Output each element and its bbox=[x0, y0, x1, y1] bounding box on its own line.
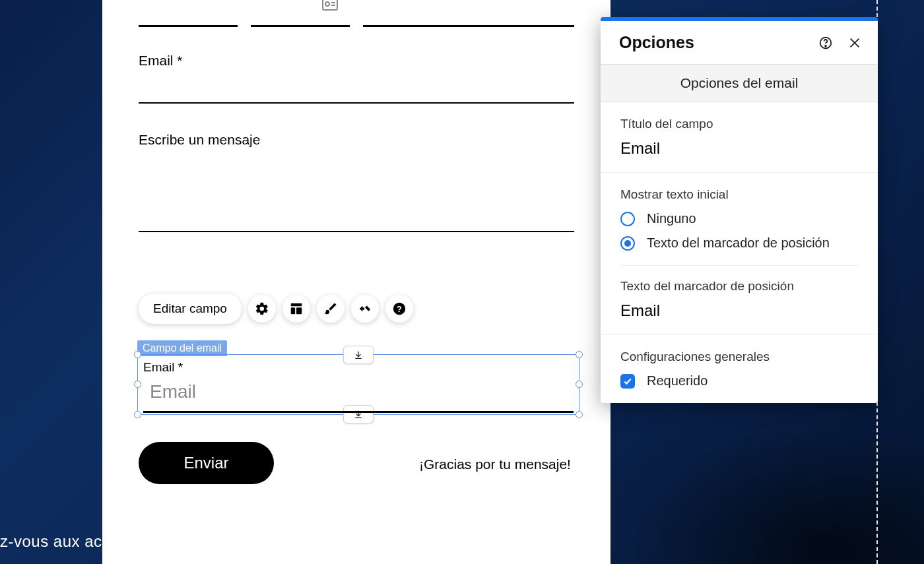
submit-button[interactable]: Enviar bbox=[139, 442, 274, 484]
placeholder-text-value[interactable]: Email bbox=[620, 301, 858, 320]
panel-help-icon[interactable] bbox=[817, 34, 834, 51]
background-cropped-text: z-vous aux ac bbox=[0, 532, 102, 551]
options-panel-title: Opciones bbox=[619, 33, 805, 52]
resize-handle-top-right[interactable] bbox=[576, 351, 583, 358]
required-checkbox-label: Requerido bbox=[647, 373, 708, 389]
options-panel-subtitle: Opciones del email bbox=[601, 64, 878, 102]
section-divider bbox=[620, 265, 858, 266]
animation-icon[interactable] bbox=[351, 295, 379, 323]
options-panel: Opciones Opciones del email Título del c… bbox=[601, 17, 878, 403]
required-checkbox-row[interactable]: Requerido bbox=[620, 373, 858, 389]
field-title-label: Título del campo bbox=[620, 117, 858, 131]
close-icon[interactable] bbox=[846, 34, 863, 51]
placeholder-text-subsection: Texto del marcador de posición Email bbox=[620, 279, 858, 320]
general-settings-label: Configuraciones generales bbox=[620, 350, 858, 364]
svg-text:?: ? bbox=[397, 304, 402, 314]
field-title-section: Título del campo Email bbox=[601, 102, 878, 173]
radio-option-none[interactable]: Ninguno bbox=[620, 211, 858, 226]
resize-handle-middle-left[interactable] bbox=[134, 381, 141, 388]
radio-option-placeholder[interactable]: Texto del marcador de posición bbox=[620, 235, 858, 251]
email-field-label: Email * bbox=[139, 53, 183, 69]
email-field-underline[interactable] bbox=[139, 102, 574, 104]
resize-handle-bottom-right[interactable] bbox=[576, 411, 583, 418]
design-brush-icon[interactable] bbox=[317, 295, 345, 323]
thanks-message-text: ¡Gracias por tu mensaje! bbox=[419, 456, 571, 472]
id-card-icon bbox=[322, 0, 338, 11]
svg-rect-4 bbox=[291, 303, 302, 307]
general-settings-section: Configuraciones generales Requerido bbox=[601, 335, 878, 403]
radio-icon bbox=[620, 212, 635, 226]
message-field-underline[interactable] bbox=[139, 231, 574, 232]
resize-handle-top-left[interactable] bbox=[134, 351, 141, 358]
selected-field-bounding-box[interactable]: Email * Email bbox=[137, 354, 579, 415]
svg-point-14 bbox=[825, 45, 826, 46]
selected-field-label: Email * bbox=[143, 360, 183, 375]
insert-below-button[interactable] bbox=[343, 405, 374, 423]
placeholder-text-label: Texto del marcador de posición bbox=[620, 279, 858, 294]
selected-field-underline bbox=[143, 411, 574, 413]
radio-none-label: Ninguno bbox=[647, 211, 696, 226]
checkbox-checked-icon bbox=[620, 374, 635, 389]
radio-icon bbox=[620, 236, 635, 251]
insert-above-button[interactable] bbox=[343, 346, 374, 364]
initial-text-label: Mostrar texto inicial bbox=[620, 187, 858, 202]
svg-rect-6 bbox=[296, 307, 302, 314]
settings-icon[interactable] bbox=[248, 295, 276, 323]
help-icon[interactable]: ? bbox=[385, 295, 413, 323]
selected-field-placeholder-text: Email bbox=[150, 381, 196, 402]
options-panel-header: Opciones bbox=[601, 21, 878, 64]
svg-rect-5 bbox=[291, 307, 295, 314]
edit-field-button[interactable]: Editar campo bbox=[139, 294, 242, 324]
radio-placeholder-label: Texto del marcador de posición bbox=[647, 235, 830, 251]
form-panel: Email * Escribe un mensaje Editar campo … bbox=[102, 0, 610, 564]
top-fields-underline-row bbox=[139, 25, 574, 27]
resize-handle-bottom-left[interactable] bbox=[134, 411, 141, 418]
resize-handle-middle-right[interactable] bbox=[576, 381, 583, 388]
field-edit-toolbar: Editar campo ? bbox=[139, 294, 413, 324]
field-title-value[interactable]: Email bbox=[620, 139, 858, 158]
svg-point-1 bbox=[325, 2, 329, 6]
message-field-label: Escribe un mensaje bbox=[139, 132, 260, 148]
layout-icon[interactable] bbox=[282, 295, 310, 323]
initial-text-section: Mostrar texto inicial Ninguno Texto del … bbox=[601, 173, 878, 335]
